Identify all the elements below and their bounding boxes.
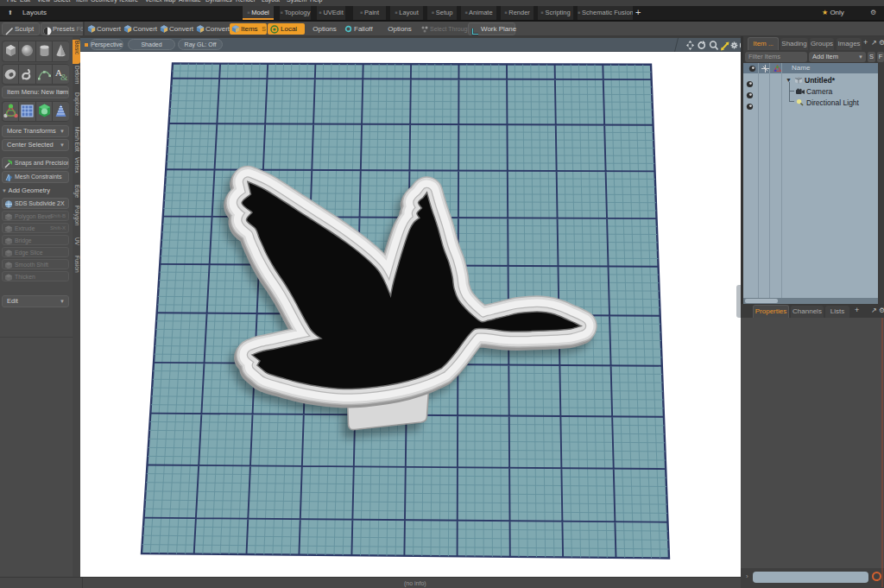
svg-text:&: & — [60, 72, 68, 82]
